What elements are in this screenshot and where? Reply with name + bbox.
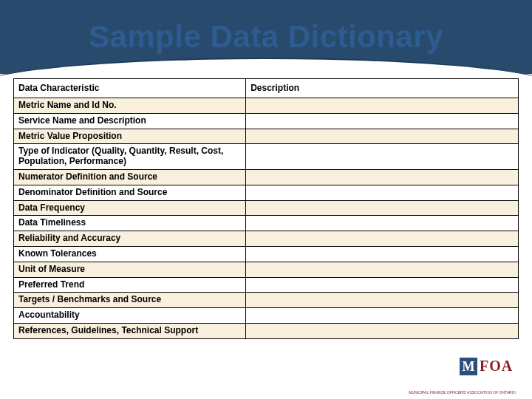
row-label: Preferred Trend xyxy=(14,277,246,293)
row-description xyxy=(246,293,519,308)
table-row: Unit of Measure xyxy=(14,262,519,277)
row-description xyxy=(246,308,519,324)
row-description xyxy=(246,246,519,262)
row-label: Type of Indicator (Quality, Quantity, Re… xyxy=(14,144,246,170)
table-row: Data Timeliness xyxy=(14,216,519,231)
row-description xyxy=(246,169,519,185)
row-description xyxy=(246,144,519,170)
row-label: Metric Value Proposition xyxy=(14,129,246,144)
row-description xyxy=(246,98,519,114)
row-label: Metric Name and Id No. xyxy=(14,98,246,114)
row-label: Unit of Measure xyxy=(14,262,246,277)
table-row: References, Guidelines, Technical Suppor… xyxy=(14,323,519,338)
table-row: Denominator Definition and Source xyxy=(14,185,519,200)
table-row: Type of Indicator (Quality, Quantity, Re… xyxy=(14,144,519,170)
table-header-row: Data Characteristic Description xyxy=(14,79,519,98)
logo-foa-text: FOA xyxy=(480,358,513,374)
row-description xyxy=(246,277,519,293)
table-row: Service Name and Description xyxy=(14,113,519,129)
row-description xyxy=(246,185,519,200)
header-left: Data Characteristic xyxy=(14,79,246,98)
row-description xyxy=(246,216,519,231)
row-label: Known Tolerances xyxy=(14,246,246,262)
table-row: Reliability and Accuracy xyxy=(14,231,519,247)
row-label: Reliability and Accuracy xyxy=(14,231,246,247)
row-label: Denominator Definition and Source xyxy=(14,185,246,200)
row-description xyxy=(246,231,519,247)
table-row: Numerator Definition and Source xyxy=(14,169,519,185)
row-label: References, Guidelines, Technical Suppor… xyxy=(14,323,246,338)
logo-subtitle: MUNICIPAL FINANCE OFFICERS' ASSOCIATION … xyxy=(409,391,516,395)
table-row: Known Tolerances xyxy=(14,246,519,262)
row-description xyxy=(246,200,519,216)
logo-m-icon: M xyxy=(460,358,477,375)
data-dictionary-table: Data Characteristic Description Metric N… xyxy=(13,78,519,339)
header-right: Description xyxy=(246,79,519,98)
row-description xyxy=(246,262,519,277)
row-description xyxy=(246,113,519,129)
table-row: Metric Value Proposition xyxy=(14,129,519,144)
mfoa-logo: M FOA xyxy=(460,358,516,384)
row-description xyxy=(246,323,519,338)
row-label: Accountability xyxy=(14,308,246,324)
data-dictionary-table-wrap: Data Characteristic Description Metric N… xyxy=(13,78,519,339)
table-row: Data Frequency xyxy=(14,200,519,216)
row-label: Data Timeliness xyxy=(14,216,246,231)
row-description xyxy=(246,129,519,144)
table-row: Metric Name and Id No. xyxy=(14,98,519,114)
slide-title: Sample Data Dictionary xyxy=(0,19,532,55)
row-label: Service Name and Description xyxy=(14,113,246,129)
table-row: Preferred Trend xyxy=(14,277,519,293)
table-row: Accountability xyxy=(14,308,519,324)
row-label: Data Frequency xyxy=(14,200,246,216)
row-label: Targets / Benchmarks and Source xyxy=(14,293,246,308)
slide: Sample Data Dictionary Data Characterist… xyxy=(0,0,532,399)
row-label: Numerator Definition and Source xyxy=(14,169,246,185)
table-row: Targets / Benchmarks and Source xyxy=(14,293,519,308)
